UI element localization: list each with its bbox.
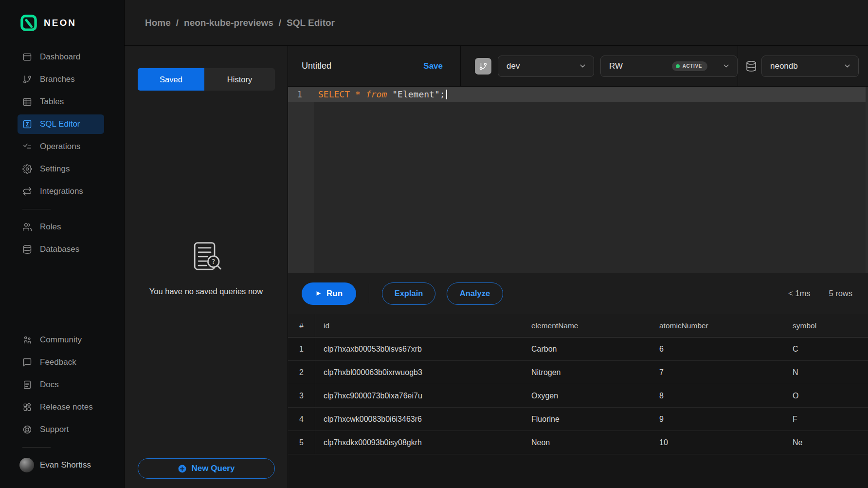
sidebar-nav-secondary: Roles Databases bbox=[0, 216, 124, 261]
breadcrumb-current: SQL Editor bbox=[287, 18, 335, 28]
sidebar-item-tables[interactable]: Tables bbox=[0, 91, 124, 113]
sidebar-item-support[interactable]: Support bbox=[0, 418, 124, 441]
run-button[interactable]: Run bbox=[302, 282, 356, 305]
user-menu[interactable]: Evan Shortiss bbox=[0, 454, 124, 476]
new-query-row: New Query bbox=[125, 458, 288, 488]
tab-history[interactable]: History bbox=[204, 68, 275, 91]
sidebar-item-label: Tables bbox=[40, 97, 64, 107]
explain-button[interactable]: Explain bbox=[382, 282, 435, 305]
git-branch-icon bbox=[479, 62, 488, 71]
editor-scrollbar[interactable] bbox=[866, 87, 868, 273]
sidebar-item-label: Docs bbox=[40, 380, 59, 390]
sidebar-nav-bottom: Community Feedback Docs Release notes bbox=[0, 329, 124, 441]
branch-icon-button[interactable] bbox=[475, 58, 491, 75]
empty-message: You have no saved queries now bbox=[149, 287, 263, 296]
branch-select[interactable]: dev bbox=[498, 56, 594, 77]
document-icon bbox=[22, 380, 32, 390]
breadcrumb-separator: / bbox=[176, 18, 179, 28]
svg-text:?: ? bbox=[211, 257, 215, 265]
brand-logo[interactable]: NEON bbox=[0, 0, 124, 46]
chevron-down-icon bbox=[579, 62, 587, 70]
sidebar-item-release-notes[interactable]: Release notes bbox=[0, 396, 124, 418]
sidebar-item-sql-editor[interactable]: SQL Editor bbox=[18, 114, 104, 134]
sql-identifier: "Element" bbox=[392, 87, 440, 102]
no-queries-icon: ? bbox=[190, 240, 223, 275]
analyze-button[interactable]: Analyze bbox=[447, 282, 503, 305]
app-window: NEON Dashboard Branches Tables bbox=[0, 0, 868, 488]
database-icon bbox=[22, 244, 32, 254]
table-row: 2 clp7hxbl000063b0ixrwuogb3 Nitrogen 7 N bbox=[288, 361, 868, 384]
editor-toolbar: Untitled Save dev bbox=[288, 46, 868, 87]
code-line: 1 SELECT*from"Element"; bbox=[288, 87, 868, 102]
sidebar-item-community[interactable]: Community bbox=[0, 329, 124, 351]
breadcrumb-project[interactable]: neon-kube-previews bbox=[184, 18, 273, 28]
column-header-atomicnumber: atomicNumber bbox=[651, 314, 784, 337]
breadcrumb-home[interactable]: Home bbox=[145, 18, 171, 28]
code-text: SELECT*from"Element"; bbox=[314, 87, 447, 102]
neon-logo-icon bbox=[20, 15, 37, 31]
sidebar-item-databases[interactable]: Databases bbox=[0, 238, 124, 261]
cell-atomicnumber: 9 bbox=[651, 408, 784, 431]
shapes-grid-icon bbox=[22, 402, 32, 412]
plus-circle-icon bbox=[178, 464, 187, 473]
sidebar-item-label: Support bbox=[40, 425, 69, 434]
sidebar: NEON Dashboard Branches Tables bbox=[0, 0, 125, 488]
cell-id: clp7hxaxb00053b0isvs67xrb bbox=[315, 338, 523, 360]
cell-symbol: Ne bbox=[784, 431, 868, 454]
new-query-button[interactable]: New Query bbox=[138, 458, 275, 479]
status-badge: ACTIVE bbox=[672, 61, 707, 71]
database-select[interactable]: neondb bbox=[761, 56, 859, 77]
user-name: Evan Shortiss bbox=[40, 460, 91, 470]
sidebar-item-branches[interactable]: Branches bbox=[0, 68, 124, 91]
results-toolbar: Run Explain Analyze < 1ms 5 rows bbox=[288, 273, 868, 314]
sql-workarea: Untitled Save dev bbox=[288, 46, 868, 488]
row-index: 2 bbox=[288, 361, 315, 384]
line-number: 1 bbox=[288, 87, 314, 102]
sidebar-item-label: Roles bbox=[40, 222, 61, 232]
tab-saved[interactable]: Saved bbox=[138, 68, 204, 91]
dashboard-icon bbox=[22, 52, 32, 62]
new-query-label: New Query bbox=[192, 464, 235, 473]
query-title-section: Untitled Save bbox=[288, 46, 461, 86]
sql-keyword: SELECT bbox=[318, 87, 350, 102]
table-row: 4 clp7hxcwk00083b0i6i3463r6 Fluorine 9 F bbox=[288, 408, 868, 431]
queries-panel: Saved History ? bbox=[125, 46, 288, 488]
editor-gutter bbox=[288, 87, 314, 273]
run-label: Run bbox=[326, 289, 343, 299]
column-header-index: # bbox=[288, 314, 315, 337]
sql-editor-icon bbox=[22, 119, 32, 129]
sidebar-item-dashboard[interactable]: Dashboard bbox=[0, 46, 124, 68]
table-header: # id elementName atomicNumber symbol bbox=[288, 314, 868, 338]
sidebar-item-docs[interactable]: Docs bbox=[0, 374, 124, 396]
breadcrumb-bar: Home / neon-kube-previews / SQL Editor bbox=[125, 0, 868, 46]
sql-code-editor[interactable]: 1 SELECT*from"Element"; bbox=[288, 87, 868, 273]
query-title-input[interactable]: Untitled bbox=[302, 61, 331, 71]
results-section: Run Explain Analyze < 1ms 5 rows # id bbox=[288, 273, 868, 488]
cell-elementname: Nitrogen bbox=[523, 361, 651, 384]
sql-terminator: ; bbox=[440, 87, 445, 102]
sidebar-item-label: Feedback bbox=[40, 357, 76, 367]
table-row: 1 clp7hxaxb00053b0isvs67xrb Carbon 6 C bbox=[288, 338, 868, 361]
sql-keyword: from bbox=[366, 87, 387, 102]
checklist-icon bbox=[22, 142, 32, 151]
sidebar-divider bbox=[22, 209, 51, 209]
chevron-down-icon bbox=[722, 62, 730, 70]
text-cursor bbox=[446, 90, 447, 99]
sidebar-item-roles[interactable]: Roles bbox=[0, 216, 124, 238]
compute-select[interactable]: RW ACTIVE bbox=[600, 56, 738, 77]
sidebar-item-label: Release notes bbox=[40, 402, 93, 412]
gear-icon bbox=[22, 164, 32, 174]
save-button[interactable]: Save bbox=[423, 61, 443, 71]
database-section: neondb bbox=[738, 46, 868, 86]
sidebar-item-operations[interactable]: Operations bbox=[0, 135, 124, 158]
row-index: 3 bbox=[288, 384, 315, 407]
sidebar-item-settings[interactable]: Settings bbox=[0, 158, 124, 180]
sidebar-item-label: SQL Editor bbox=[40, 119, 80, 129]
queries-tabs: Saved History bbox=[138, 68, 275, 91]
sidebar-item-integrations[interactable]: Integrations bbox=[0, 180, 124, 203]
speech-bubble-icon bbox=[22, 357, 32, 367]
sidebar-item-feedback[interactable]: Feedback bbox=[0, 351, 124, 374]
branch-section: dev RW ACTIVE bbox=[461, 46, 738, 86]
table-row: 3 clp7hxc9000073b0ixa76ei7u Oxygen 8 O bbox=[288, 384, 868, 408]
cell-atomicnumber: 8 bbox=[651, 384, 784, 407]
